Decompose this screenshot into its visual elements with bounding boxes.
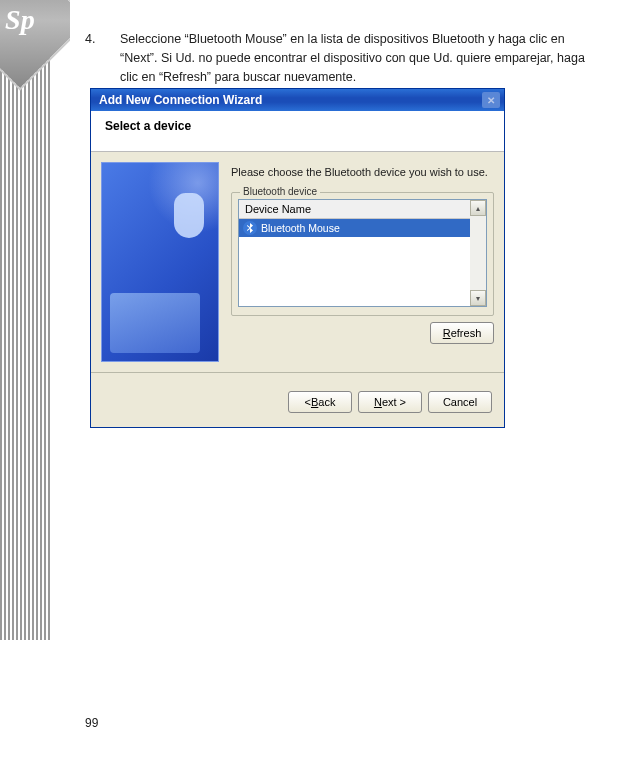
- dialog-main-area: Please choose the Bluetooth device you w…: [91, 152, 504, 362]
- close-icon: ✕: [487, 95, 495, 106]
- instruction-number: 4.: [85, 30, 120, 86]
- chevron-down-icon: ▾: [476, 294, 480, 303]
- bluetooth-icon: [243, 221, 257, 235]
- scroll-down-button[interactable]: ▾: [470, 290, 486, 306]
- back-button[interactable]: < Back: [288, 391, 352, 413]
- chevron-up-icon: ▴: [476, 204, 480, 213]
- dialog-body: Select a device Please choose the Blueto…: [91, 111, 504, 427]
- decoration-badge-text: Sp: [5, 4, 35, 36]
- btn-ul: N: [374, 396, 382, 408]
- dialog-titlebar[interactable]: Add New Connection Wizard ✕: [91, 89, 504, 111]
- prompt-text: Please choose the Bluetooth device you w…: [231, 166, 494, 178]
- device-listbox[interactable]: Device Name Bluetooth Mouse: [238, 199, 487, 307]
- btn-post: efresh: [451, 327, 482, 339]
- refresh-button[interactable]: Refresh: [430, 322, 494, 344]
- list-content: Device Name Bluetooth Mouse: [239, 200, 470, 306]
- button-row: < Back Next > Cancel: [91, 373, 504, 427]
- btn-ul: B: [311, 396, 318, 408]
- dialog-title: Add New Connection Wizard: [99, 93, 262, 107]
- wizard-dialog: Add New Connection Wizard ✕ Select a dev…: [90, 88, 505, 428]
- scroll-up-button[interactable]: ▴: [470, 200, 486, 216]
- close-button[interactable]: ✕: [482, 92, 500, 108]
- list-header: Device Name: [239, 200, 470, 219]
- device-group: Bluetooth device Device Name Bluetooth M…: [231, 192, 494, 316]
- right-panel: Please choose the Bluetooth device you w…: [231, 162, 494, 344]
- page-left-decoration: Sp: [0, 0, 70, 640]
- list-item[interactable]: Bluetooth Mouse: [239, 219, 470, 237]
- btn-ul: R: [443, 327, 451, 339]
- btn-post: ext >: [382, 396, 406, 408]
- refresh-row: Refresh: [231, 322, 494, 344]
- page-number: 99: [85, 716, 98, 730]
- listbox-scrollbar[interactable]: ▴ ▾: [470, 200, 486, 306]
- list-item-label: Bluetooth Mouse: [261, 222, 340, 234]
- instruction-step: 4. Seleccione “Bluetooth Mouse” en la li…: [85, 30, 615, 86]
- btn-post: ack: [318, 396, 335, 408]
- illustration-laptop: [110, 293, 200, 353]
- wizard-illustration: [101, 162, 219, 362]
- group-label: Bluetooth device: [240, 186, 320, 197]
- instruction-text: Seleccione “Bluetooth Mouse” en la lista…: [120, 30, 615, 86]
- cancel-button[interactable]: Cancel: [428, 391, 492, 413]
- next-button[interactable]: Next >: [358, 391, 422, 413]
- dialog-subheading: Select a device: [91, 111, 504, 152]
- btn-post: Cancel: [443, 396, 477, 408]
- decoration-stripes: [0, 0, 50, 640]
- illustration-mouse: [174, 193, 204, 238]
- content-area: 4. Seleccione “Bluetooth Mouse” en la li…: [85, 30, 615, 428]
